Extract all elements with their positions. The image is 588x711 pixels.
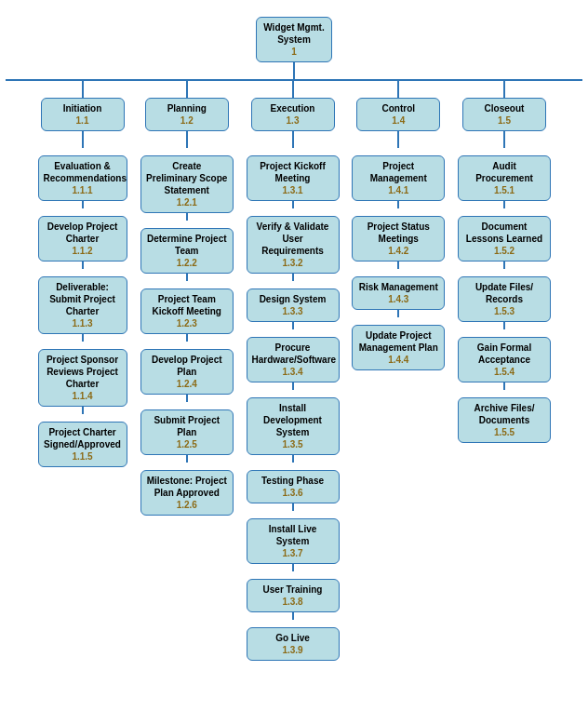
root-line-down (293, 62, 295, 79)
node-1-1-4: Project Sponsor Reviews Project Charter … (38, 349, 127, 407)
l2-1-1-3-label: Deliverable: Submit Project Charter (44, 281, 122, 317)
root-label: Widget Mgmt. System (261, 21, 327, 46)
node-1-3-2: Verify & Validate User Requirements 1.3.… (247, 216, 340, 274)
node-1-5-2: Document Lessons Learned 1.5.2 (458, 216, 551, 262)
node-1-1-5: Project Charter Signed/Approved 1.1.5 (38, 422, 127, 467)
node-1-4-2: Project Status Meetings 1.4.2 (352, 216, 445, 262)
chart-container: Widget Mgmt. System 1 Initiation 1.1 Ev (0, 0, 588, 677)
l1-2-code: 1.2 (151, 114, 223, 127)
col-1-2: Planning 1.2 Create Preliminary Scope St… (137, 81, 237, 516)
tree-wrapper: Widget Mgmt. System 1 Initiation 1.1 Ev (4, 9, 584, 668)
root-code: 1 (261, 46, 327, 58)
l2-1-1-4-label: Project Sponsor Reviews Project Charter (44, 354, 122, 390)
l2-1-1-1-code: 1.1.1 (44, 184, 122, 196)
node-1-4-1: Project Management 1.4.1 (352, 155, 445, 201)
l1-2-label: Planning (151, 102, 223, 114)
col-1-5: Closeout 1.5 Audit Procurement 1.5.1 Doc… (454, 81, 555, 443)
node-1-3-4: Procure Hardware/Software 1.3.4 (247, 337, 340, 382)
node-1-1-2: Develop Project Charter 1.1.2 (38, 216, 127, 262)
root-row: Widget Mgmt. System 1 (6, 17, 582, 79)
node-1-5-1: Audit Procurement 1.5.1 (458, 155, 551, 201)
node-1-2-2: Determine Project Team 1.2.2 (140, 228, 234, 274)
node-1-3-5: Install Development System 1.3.5 (247, 397, 340, 455)
l2-1-1-5-code: 1.1.5 (44, 450, 122, 463)
node-1-4-3: Risk Management 1.4.3 (352, 276, 445, 310)
node-1-5-3: Update Files/ Records 1.5.3 (458, 276, 551, 322)
l1-1-code: 1.1 (47, 114, 119, 127)
l1-1-label: Initiation (47, 102, 119, 114)
l2-1-1-1-label: Evaluation & Recommendations (44, 160, 122, 184)
node-1-1-1: Evaluation & Recommendations 1.1.1 (38, 155, 127, 201)
l1-2-line-top (186, 81, 188, 98)
node-1-2-4: Develop Project Plan 1.2.4 (140, 349, 234, 395)
node-1-2-6: Milestone: Project Plan Approved 1.2.6 (140, 470, 234, 516)
node-1-3-8: User Training 1.3.8 (247, 579, 340, 612)
node-1-1-3: Deliverable: Submit Project Charter 1.1.… (38, 276, 127, 334)
root-col: Widget Mgmt. System 1 (256, 17, 332, 79)
node-1-2-5: Submit Project Plan 1.2.5 (140, 409, 234, 455)
l2-1-1-3-code: 1.1.3 (44, 317, 122, 329)
level1-row: Initiation 1.1 Evaluation & Recommendati… (6, 81, 582, 661)
l2-1-1-2-code: 1.1.2 (44, 245, 122, 257)
col-1-4: Control 1.4 Project Management 1.4.1 Pro… (348, 81, 448, 370)
node-1-3-3: Design System 1.3.3 (247, 288, 340, 322)
l1-1-line-bot (82, 131, 84, 148)
node-1-3-1: Project Kickoff Meeting 1.3.1 (247, 155, 340, 201)
node-1-5: Closeout 1.5 (462, 98, 546, 131)
root-node: Widget Mgmt. System 1 (256, 17, 332, 62)
node-1-2-1: Create Preliminary Scope Statement 1.2.1 (140, 155, 234, 213)
node-1-5-4: Gain Formal Acceptance 1.5.4 (458, 337, 551, 382)
node-1-3: Execution 1.3 (251, 98, 335, 131)
node-1-3-6: Testing Phase 1.3.6 (247, 470, 340, 503)
node-1-1: Initiation 1.1 (41, 98, 125, 131)
l2-1-1-4-code: 1.1.4 (44, 390, 122, 402)
node-1-2: Planning 1.2 (145, 98, 229, 131)
node-1-4-4: Update Project Management Plan 1.4.4 (352, 325, 445, 370)
node-1-3-9: Go Live 1.3.9 (247, 627, 340, 661)
node-1-2-3: Project Team Kickoff Meeting 1.2.3 (140, 288, 234, 334)
col-1-1: Initiation 1.1 Evaluation & Recommendati… (33, 81, 131, 467)
l2-1-1-5-label: Project Charter Signed/Approved (44, 426, 122, 450)
l2-1-1-2-label: Develop Project Charter (44, 221, 122, 245)
node-1-5-5: Archive Files/ Documents 1.5.5 (458, 397, 551, 443)
col-1-3: Execution 1.3 Project Kickoff Meeting 1.… (243, 81, 343, 661)
l1-1-line-top (82, 81, 84, 98)
node-1-4: Control 1.4 (356, 98, 440, 131)
node-1-3-7: Install Live System 1.3.7 (247, 518, 340, 564)
